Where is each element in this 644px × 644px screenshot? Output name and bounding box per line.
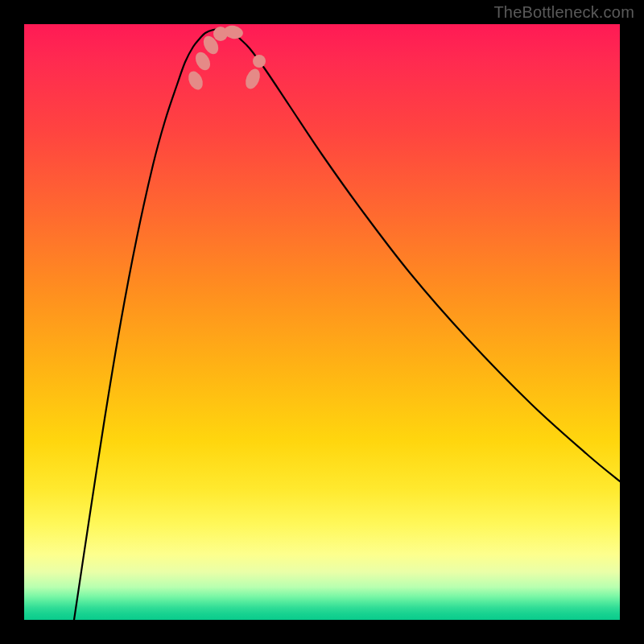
curve-line <box>74 29 620 620</box>
curve-marker-pill <box>192 50 213 73</box>
watermark-text: TheBottleneck.com <box>493 3 634 22</box>
bottleneck-curve <box>24 24 620 620</box>
curve-marker-dot <box>253 55 266 68</box>
curve-marker-pill <box>243 67 263 91</box>
curve-markers <box>186 24 266 92</box>
chart-plot-area <box>24 24 620 620</box>
curve-marker-pill <box>186 69 206 93</box>
